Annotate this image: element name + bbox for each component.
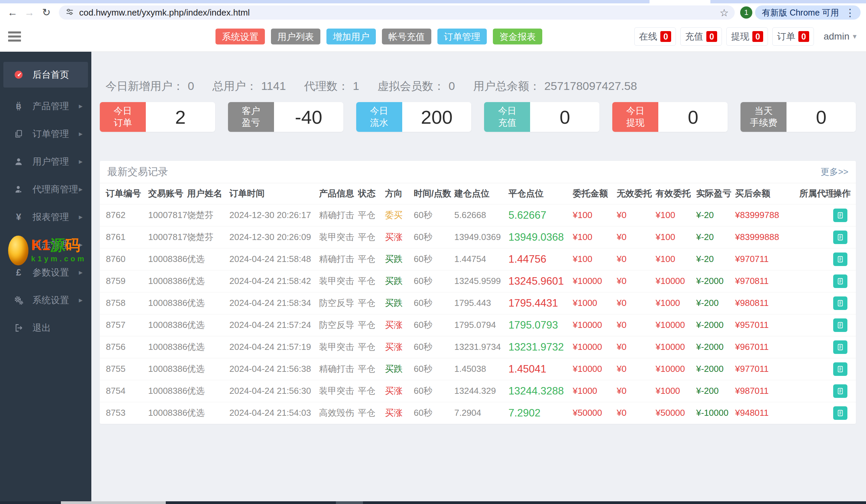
cell-balance: ¥970711 [735,248,799,270]
cell-status: 平仓 [358,292,385,314]
yen-icon: ¥ [13,213,24,222]
reload-icon[interactable]: ↻ [39,8,54,18]
address-bar[interactable]: cod.hwymw.net/yxymk.php/index/index.html… [59,5,735,20]
trade-table: 订单编号交易账号用户姓名订单时间产品信息状态方向时间/点数建仓点位平仓点位委托金… [100,183,856,424]
stat-card-today-withdraw: 今日提现0 [612,102,728,132]
row-detail-button[interactable] [833,362,847,376]
sidebar-item-log[interactable]: 日志管理▸ [0,231,91,259]
column-header: 委托金额 [573,183,617,204]
sidebar-item-params[interactable]: £参数设置▸ [0,259,91,286]
sidebar-item-dashboard[interactable]: 后台首页 [3,62,88,88]
cell-status: 平仓 [358,204,385,226]
forward-icon[interactable]: → [22,8,36,18]
cell-profit: ¥-20 [696,204,735,226]
row-detail-button[interactable] [833,296,847,310]
scrollbar-thumb[interactable] [336,501,363,504]
cell-product: 装甲突击 [319,226,358,248]
stat-item-2: 代理数：1 [304,79,359,94]
browser-toolbar: ← → ↻ cod.hwymw.net/yxymk.php/index/inde… [0,3,866,22]
cell-op [833,358,856,380]
hamburger-menu-icon[interactable] [8,30,21,44]
column-header: 建仓点位 [454,183,509,204]
row-detail-button[interactable] [833,340,847,354]
nav-button-user-list[interactable]: 用户列表 [271,29,320,45]
cell-time: 2024-04-24 21:54:03 [229,402,319,424]
cell-valid: ¥100 [656,248,696,270]
row-detail-button[interactable] [833,252,847,266]
profile-avatar[interactable]: 1 [740,7,752,19]
more-link[interactable]: 更多>> [821,166,848,178]
cell-profit: ¥-20 [696,226,735,248]
cell-status: 平仓 [358,226,385,248]
cell-op [833,336,856,358]
counter-online[interactable]: 在线0 [634,27,676,46]
admin-menu[interactable]: admin ▾ [824,31,856,42]
counter-orders[interactable]: 订单0 [772,27,814,46]
cell-agent [799,270,833,292]
files-icon [13,129,24,138]
row-detail-button[interactable] [833,274,847,288]
row-detail-button[interactable] [833,406,847,420]
cell-direction: 买涨 [385,336,414,358]
cell-valid: ¥50000 [656,402,696,424]
panel-title: 最新交易记录 [107,165,168,179]
nav-button-add-user[interactable]: 增加用户 [326,29,376,45]
bookmark-star-icon[interactable]: ☆ [720,7,729,19]
cell-amount: ¥10000 [573,314,617,336]
cell-invalid: ¥0 [617,248,656,270]
row-detail-button[interactable] [833,318,847,332]
row-detail-button[interactable] [833,208,847,222]
cell-close: 1.44756 [509,248,573,270]
nav-button-system-settings[interactable]: 系统设置 [215,29,265,45]
cell-op [833,270,856,292]
back-icon[interactable]: ← [5,8,20,18]
counter-label: 提现 [731,31,749,43]
nav-button-funds-report[interactable]: 资金报表 [493,29,542,45]
card-value: 200 [402,102,471,132]
chevron-right-icon: ▸ [79,185,82,194]
row-detail-button[interactable] [833,384,847,398]
cell-op [833,380,856,402]
counter-badge: 0 [798,31,809,42]
cell-close: 13949.0368 [509,226,573,248]
counter-recharge[interactable]: 充值0 [680,27,722,46]
sidebar-item-label: 报表管理 [32,211,69,223]
cell-name: 优选 [187,314,229,336]
card-tag-line: 订单 [114,117,132,129]
card-value: 0 [787,102,856,132]
cell-valid: ¥10000 [656,270,696,292]
cell-amount: ¥100 [573,204,617,226]
url-text: cod.hwymw.net/yxymk.php/index/index.html [79,8,715,18]
browser-menu-icon[interactable]: ⋮ [842,7,858,19]
stat-item-1: 总用户：1141 [212,79,286,94]
card-tag-line: 手续费 [750,117,777,129]
nav-button-order-management[interactable]: 订单管理 [437,29,487,45]
cell-order_id: 8753 [100,402,148,424]
sidebar-item-agent[interactable]: 代理商管理▸ [0,175,91,203]
site-info-icon[interactable] [65,7,75,18]
column-header: 所属代理 [799,183,833,204]
card-tag: 今日流水 [356,102,402,132]
sidebar-item-report[interactable]: ¥报表管理▸ [0,203,91,231]
card-tag-line: 客户 [242,105,260,117]
cell-duration: 60秒 [414,380,454,402]
sidebar-item-order[interactable]: 订单管理▸ [0,120,91,148]
cell-name: 优选 [187,358,229,380]
card-tag-line: 今日 [370,105,388,117]
cell-amount: ¥10000 [573,270,617,292]
cell-time: 2024-04-24 21:56:38 [229,358,319,380]
sidebar-item-logout[interactable]: 退出 [0,314,91,342]
chrome-update-button[interactable]: 有新版 Chrome 可用 ⋮ [755,5,861,20]
row-detail-button[interactable] [833,230,847,244]
admin-username: admin [824,31,850,42]
cell-status: 平仓 [358,380,385,402]
cell-open: 13231.9734 [454,336,509,358]
cell-direction: 买涨 [385,314,414,336]
cards-row: 今日订单2客户盈亏-40今日流水200今日充值0今日提现0当天手续费0 [100,102,856,132]
counter-withdraw[interactable]: 提现0 [726,27,768,46]
cell-direction: 委买 [385,204,414,226]
sidebar-item-user[interactable]: 用户管理▸ [0,148,91,175]
sidebar-item-product[interactable]: B产品管理▸ [0,92,91,120]
sidebar-item-system[interactable]: 系统设置▸ [0,286,91,314]
nav-button-account-recharge[interactable]: 帐号充值 [382,29,431,45]
